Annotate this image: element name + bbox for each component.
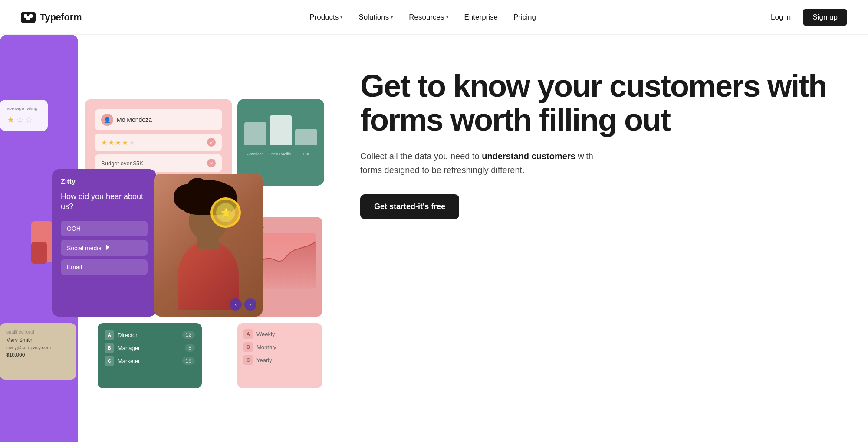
options-card: A Director 12 B Manager 8 C Marketer 19 [98, 323, 202, 388]
star-3-icon: ☆ [25, 115, 33, 125]
mirror-inner: ⭐ [216, 203, 235, 222]
lead-name: Mary Smith [6, 337, 70, 343]
chart-card: Americas Asia Pacific Eur [237, 99, 324, 186]
hair-top [187, 178, 208, 200]
nav-resources[interactable]: Resources ▾ [403, 10, 454, 25]
option-count-manager: 8 [185, 344, 195, 352]
chevron-down-icon: ▾ [391, 14, 393, 20]
user-name: Mo Mendoza [117, 116, 152, 123]
chevron-down-icon: ▾ [340, 14, 343, 20]
mirror: ⭐ [210, 197, 241, 228]
freq-row-monthly: B Monthly [243, 342, 316, 352]
bar-americas [244, 122, 266, 145]
chevron-down-icon: ▾ [446, 14, 449, 20]
check-icon: ✓ [207, 138, 216, 147]
freq-row-yearly: C Yearly [243, 355, 316, 365]
option-text-director: Director [118, 332, 179, 338]
option-letter-b: B [105, 343, 114, 353]
star-1-icon: ★ [7, 115, 15, 125]
next-arrow[interactable]: › [244, 298, 256, 311]
prev-arrow[interactable]: ‹ [230, 298, 242, 311]
photo-content: ⭐ ‹ › [154, 174, 263, 317]
form-card: Zitty How did you hear about us? OOH Soc… [52, 169, 156, 317]
check-icon: ✓ [207, 159, 216, 167]
label-europe: Eur [295, 152, 317, 156]
lead-email: mary@company.com [6, 345, 70, 350]
form-question: How did you hear about us? [61, 192, 148, 212]
nav-solutions[interactable]: Solutions ▾ [352, 10, 399, 25]
option-count-marketer: 19 [182, 357, 195, 365]
user-row: 👤 Mo Mendoza [95, 109, 222, 130]
stars-row: ★ ★ ★ ★ ★ ✓ [95, 134, 222, 151]
avatar: 👤 [101, 114, 113, 126]
salmon-bar-2 [31, 242, 47, 264]
nav-products[interactable]: Products ▾ [303, 10, 349, 25]
chart-labels: Americas Asia Pacific Eur [244, 152, 317, 156]
signup-button[interactable]: Sign up [803, 9, 847, 26]
logo-text: Typeform [40, 12, 82, 23]
bar-chart [244, 106, 317, 149]
nav-arrows: ‹ › [230, 298, 256, 311]
logo-icon [21, 12, 36, 23]
form-option-ooh[interactable]: OOH [61, 221, 148, 236]
frequency-card: A Weekly B Monthly C Yearly [237, 323, 322, 388]
cta-button[interactable]: Get started-it's free [360, 194, 459, 219]
hero-section: average rating ★ ☆ ☆ 👤 Mo Mendoza ★ ★ ★ … [0, 35, 868, 442]
hero-headline: Get to know your customers with forms wo… [360, 69, 833, 137]
label-asiapacific: Asia Pacific [270, 152, 292, 156]
freq-letter-a: A [243, 329, 253, 339]
option-row-marketer: C Marketer 19 [105, 356, 195, 366]
rating-card: average rating ★ ☆ ☆ [0, 100, 48, 131]
budget-text: Budget over $5K [101, 160, 143, 167]
star-icon: ★ [108, 138, 114, 147]
nav-enterprise[interactable]: Enterprise [458, 10, 504, 25]
rating-stars: ★ ☆ ☆ [7, 115, 41, 125]
freq-letter-b: B [243, 342, 253, 352]
option-text-manager: Manager [118, 345, 181, 351]
freq-row-weekly: A Weekly [243, 329, 316, 339]
rating-stars: ★ ★ ★ ★ ★ [101, 138, 135, 147]
star-icon: ★ [101, 138, 107, 147]
svg-rect-2 [26, 16, 30, 20]
cursor-icon [106, 244, 109, 250]
star-icon: ★ [115, 138, 121, 147]
login-button[interactable]: Log in [764, 10, 798, 25]
option-letter-c: C [105, 356, 114, 366]
rating-label: average rating [7, 106, 41, 111]
freq-text-monthly: Monthly [256, 344, 316, 350]
label-americas: Americas [244, 152, 266, 156]
bar-asiapacific [270, 115, 292, 145]
option-row-manager: B Manager 8 [105, 343, 195, 353]
nav-actions: Log in Sign up [764, 9, 847, 26]
lead-title: qualified lead [6, 329, 70, 334]
hero-text-section: Get to know your customers with forms wo… [326, 35, 868, 245]
logo[interactable]: Typeform [21, 12, 82, 23]
star-empty-icon: ★ [129, 138, 135, 147]
nav-links: Products ▾ Solutions ▾ Resources ▾ Enter… [303, 10, 542, 25]
bar-europe [295, 129, 317, 145]
option-count-director: 12 [182, 331, 195, 339]
form-brand: Zitty [61, 178, 148, 186]
hero-subtext: Collect all the data you need to underst… [360, 149, 603, 177]
star-icon: ★ [122, 138, 128, 147]
lead-amount: $10,000 [6, 352, 70, 358]
navigation: Typeform Products ▾ Solutions ▾ Resource… [0, 0, 868, 35]
lead-card: qualified lead Mary Smith mary@company.c… [0, 323, 76, 380]
form-option-email[interactable]: Email [61, 259, 148, 275]
nav-pricing[interactable]: Pricing [507, 10, 542, 25]
form-option-social[interactable]: Social media [61, 240, 148, 256]
option-row-director: A Director 12 [105, 330, 195, 340]
subtext-bold: understand customers [482, 151, 575, 161]
freq-text-yearly: Yearly [256, 357, 316, 363]
option-text-marketer: Marketer [118, 358, 179, 364]
hero-visuals: average rating ★ ☆ ☆ 👤 Mo Mendoza ★ ★ ★ … [0, 35, 326, 442]
person-illustration: ⭐ [165, 180, 252, 310]
star-2-icon: ☆ [16, 115, 24, 125]
subtext-start: Collect all the data you need to [360, 151, 482, 161]
option-letter-a: A [105, 330, 114, 340]
freq-text-weekly: Weekly [256, 331, 316, 337]
photo-card: ⭐ ‹ › [154, 174, 263, 317]
freq-letter-c: C [243, 355, 253, 365]
